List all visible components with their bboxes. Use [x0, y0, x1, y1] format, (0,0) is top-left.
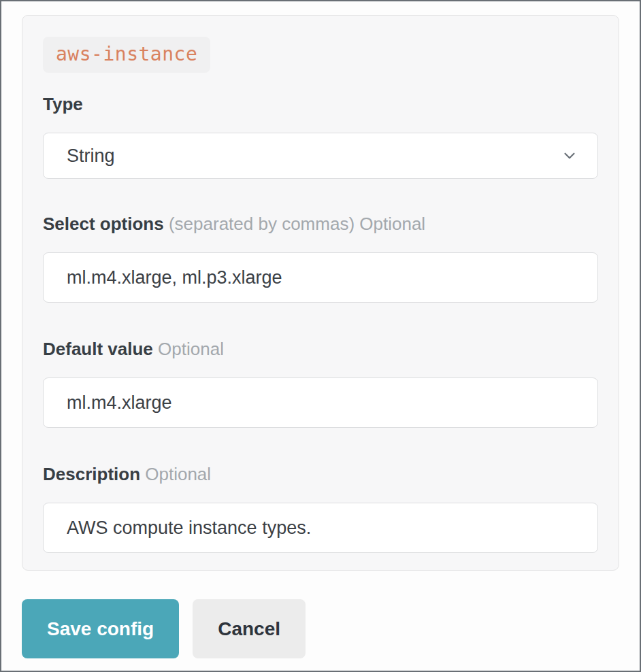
type-label-text: Type — [43, 94, 83, 114]
select-options-input[interactable] — [43, 252, 598, 303]
select-options-label: Select options (separated by commas) Opt… — [43, 214, 598, 235]
cancel-button[interactable]: Cancel — [193, 599, 306, 658]
save-config-button[interactable]: Save config — [22, 599, 179, 658]
action-bar: Save config Cancel — [22, 599, 619, 658]
description-label-text: Description — [43, 464, 140, 484]
description-input[interactable] — [43, 503, 598, 553]
description-optional-badge: Optional — [145, 464, 211, 484]
description-label: Description Optional — [43, 464, 598, 485]
type-select-value: String — [67, 146, 115, 167]
config-name-tag: aws-instance — [43, 37, 210, 73]
select-options-optional-badge: Optional — [359, 214, 425, 234]
default-value-input[interactable] — [43, 377, 598, 428]
config-editor-card: aws-instance Type String Select options … — [22, 15, 619, 571]
default-value-optional-badge: Optional — [158, 339, 224, 359]
default-value-label-text: Default value — [43, 339, 153, 359]
default-value-label: Default value Optional — [43, 339, 598, 360]
type-label: Type — [43, 94, 598, 115]
select-options-label-text: Select options — [43, 214, 164, 234]
chevron-down-icon — [561, 147, 578, 165]
type-select[interactable]: String — [43, 133, 598, 179]
select-options-hint: (separated by commas) — [169, 214, 355, 234]
